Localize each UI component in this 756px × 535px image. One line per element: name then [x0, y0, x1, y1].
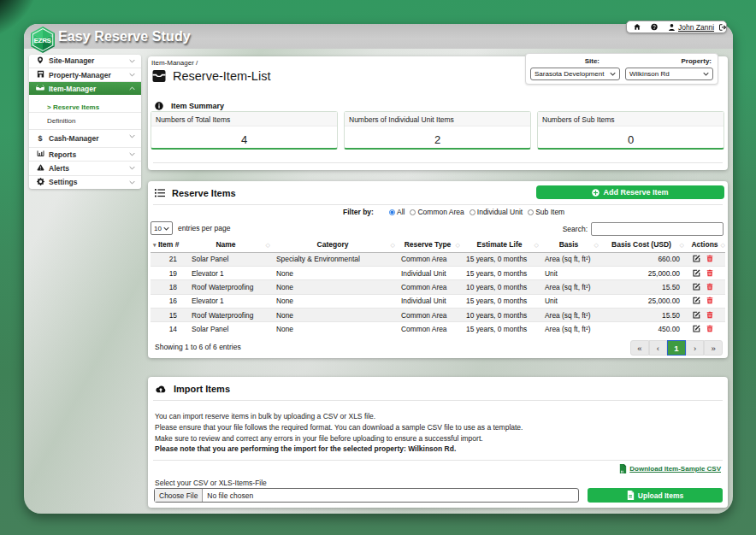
svg-text:EZRS: EZRS	[34, 37, 52, 44]
svg-text:®: ®	[50, 35, 53, 38]
